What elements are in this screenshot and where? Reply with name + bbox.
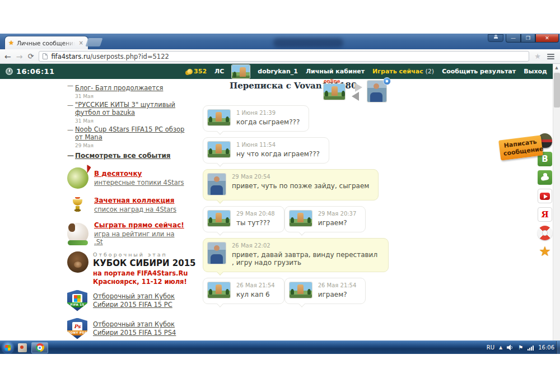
close-button[interactable]: ✕ [535,34,559,43]
report-result-link[interactable]: Сообщить результат [442,68,516,75]
reload-button[interactable]: ⟳ [27,53,34,60]
shield-pc-icon: FIFA 15 [67,290,87,311]
promo-subtitle-link[interactable]: игра на рейтинг или на .St [94,230,185,246]
play-now-link[interactable]: Играть сейчас (2) [372,68,434,75]
bookmark-star-icon[interactable]: ★ [534,52,541,60]
hidden-icons-arrow[interactable]: ▲ [499,345,502,350]
chat-message: 26 Мая 21:54кул кап 6 [203,278,284,304]
twitter-icon[interactable] [538,170,552,185]
promo-title-link[interactable]: Сыграть прямо сейчас! [94,221,185,229]
action-center-flag-icon[interactable]: ⚑ [518,344,523,351]
yandex-icon[interactable]: Я [538,207,552,222]
write-message-ribbon[interactable]: Написать сообщение [498,136,543,160]
browser-tab[interactable]: ★ Личные сообщения dob × [4,36,88,49]
shield-ps4-icon: PsSONY PS4 [67,318,87,339]
promo-subtitle-link[interactable]: список наград на 4Stars [94,206,176,213]
chat-message: 26 Мая 21:54играем? [284,278,366,304]
own-message-avatar[interactable] [290,282,312,298]
youtube-icon[interactable] [538,189,552,203]
event-link[interactable]: Noob Cup 4Stars FIFA15 PC обзор от Mana [75,126,185,142]
message-date: 29 Мая 20:37 [318,211,357,217]
forward-button[interactable]: → [16,53,23,60]
scrollbar-thumb[interactable] [554,73,560,108]
siberia-cup-banner[interactable]: Отборочный этап КУБОК СИБИРИ 2015 на пор… [67,251,185,286]
message-tail [217,269,223,275]
page-viewport: 16:06:11 352 ЛС dobrykan_1 Личный кабине… [0,64,560,340]
network-signal-icon[interactable] [528,345,534,351]
new-tab-button[interactable] [86,38,103,46]
message-date: 26 Мая 21:54 [236,282,275,288]
own-avatar[interactable] [324,84,345,100]
cup-link[interactable]: Отборочный этап Кубок Сибири 2015 FIFA 1… [93,292,185,309]
cup-location: Красноярск, 11-12 июля! [93,278,196,286]
user-avatar[interactable] [232,65,250,78]
event-link[interactable]: "РУССКИЕ КИТЫ 3" шутливый футбол от bazu… [75,101,185,117]
chrome-profile-button[interactable] [488,34,503,42]
show-desktop-button[interactable] [556,341,560,354]
promo-text: Зачетная коллекциясписок наград на 4Star… [94,197,176,213]
message-text: кул кап 6 [236,291,275,298]
own-message-avatar[interactable] [208,282,230,298]
own-message-avatar[interactable] [290,211,312,226]
chat-message: 26 Мая 22:02привет, давай завтра, винду … [203,238,389,272]
message-content: 1 Июня 11:54ну что когда играем??? [236,142,320,158]
view-all-events-link[interactable]: Посмотреть все события [67,152,185,160]
site-time: 16:06:11 [16,67,55,76]
event-date: 31 Мая [75,94,185,99]
lifebuoy-icon[interactable] [538,226,552,240]
exit-link[interactable]: Выход [524,68,547,75]
shield-badge: FIFA 15 [66,302,88,307]
tray-clock[interactable]: 16:06 [538,344,554,351]
url-domain: fifa4stars.ru [51,53,90,60]
page-icon [43,53,48,59]
message-list: 1 Июня 21:39когда сыграем???1 Июня 11:54… [203,105,393,310]
message-text: когда сыграем??? [236,118,300,126]
cup-link-item: PsSONY PS4Отборочный этап Кубок Сибири 2… [67,318,185,339]
private-messages-link[interactable]: ЛС [214,68,224,75]
star-icon[interactable]: ★ [538,244,552,259]
own-message-avatar[interactable] [208,211,230,226]
start-button[interactable] [2,342,13,353]
chrome-menu-icon[interactable] [546,53,556,60]
event-date: 29 Мая [75,143,185,148]
url-path: /userposts.php?id=5122 [90,53,169,60]
language-indicator[interactable]: RU [487,344,494,351]
message-content: 29 Мая 20:48ты тут??? [236,211,275,227]
promo-title-link[interactable]: Зачетная коллекция [94,197,176,204]
browser-toolbar: ← → ⟳ fifa4stars.ru/userposts.php?id=512… [0,49,560,64]
taskbar-chrome-button[interactable] [31,342,48,353]
own-message-avatar[interactable] [208,110,230,125]
message-content: 26 Мая 22:02привет, давай завтра, винду … [232,242,379,267]
username-link[interactable]: dobrykan_1 [258,68,298,75]
event-item: Блог- Батл продолжается31 Мая [67,82,185,99]
volume-icon[interactable] [507,344,514,351]
message-text: ну что когда играем??? [236,150,320,158]
message-tail [217,128,223,134]
address-bar[interactable]: fifa4stars.ru/userposts.php?id=5122 [39,51,529,62]
promo-item: Зачетная коллекциясписок наград на 4Star… [67,194,185,216]
tab-close-icon[interactable]: × [78,40,85,46]
peer-message-avatar[interactable] [208,174,226,195]
maximize-button[interactable]: ❐ [521,34,535,43]
promo-subtitle-link[interactable]: интересные топики 4Stars [94,179,184,186]
peer-message-avatar[interactable] [208,242,226,264]
own-message-avatar[interactable] [208,142,230,157]
promo-title-link[interactable]: В десяточку [94,170,184,178]
scrollbar-up-arrow-icon[interactable]: ▲ [553,64,560,72]
message-text: играем? [318,219,357,227]
sidebar: Блог- Батл продолжается31 Мая"РУССКИЕ КИ… [67,82,185,340]
back-button[interactable]: ← [4,53,11,60]
peer-badge-icon [383,77,391,85]
minimize-button[interactable]: — [506,34,521,43]
message-tail [217,229,223,235]
shield-inner [72,294,82,303]
apple-dart-icon [67,167,88,189]
page-scrollbar[interactable]: ▲ [553,64,560,340]
taskbar-app-icon[interactable] [18,343,27,352]
chat-message: 29 Мая 20:48ты тут??? [203,206,284,232]
shield-badge: SONY PS4 [66,330,88,335]
event-link[interactable]: Блог- Батл продолжается [75,85,163,92]
trophy-icon [67,194,88,216]
cup-link[interactable]: Отборочный этап Кубок Сибири 2015 FIFA 1… [93,320,185,337]
cabinet-link[interactable]: Личный кабинет [306,68,365,75]
